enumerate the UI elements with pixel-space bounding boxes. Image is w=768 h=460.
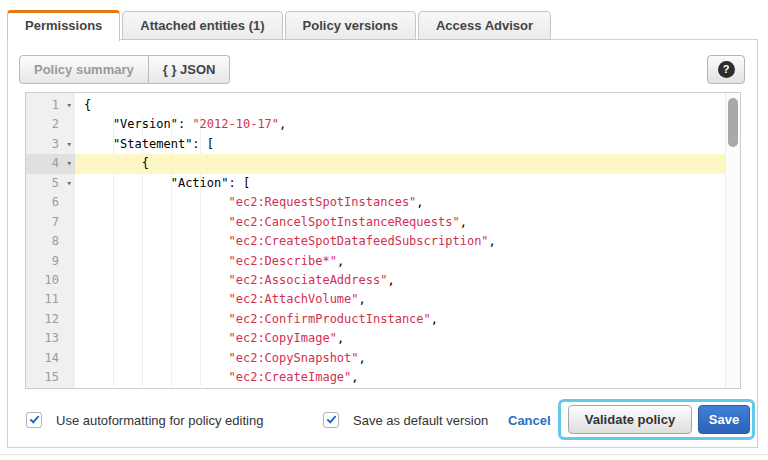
- code-text: "ec2:CreateSpotDatafeedSubscription",: [75, 232, 725, 251]
- code-line: 9 "ec2:Describe*",: [26, 252, 725, 271]
- line-number: 4▾: [26, 154, 75, 173]
- line-number: 8: [26, 232, 75, 251]
- line-number: 10: [26, 271, 75, 290]
- checkmark-icon: [30, 413, 40, 423]
- autoformat-checkbox[interactable]: [26, 412, 42, 428]
- fold-arrow-icon[interactable]: ▾: [67, 174, 72, 193]
- code-line: 2 "Version": "2012-10-17",: [26, 115, 725, 134]
- json-code-editor[interactable]: 1▾{2 "Version": "2012-10-17",3▾ "Stateme…: [25, 92, 741, 389]
- default-version-checkbox[interactable]: [323, 412, 339, 428]
- code-text: {: [75, 96, 725, 115]
- code-text: "ec2:CopyImage",: [75, 329, 725, 348]
- line-number: 9: [26, 252, 75, 271]
- code-text: "ec2:CreateImage",: [75, 368, 725, 387]
- code-line: 15 "ec2:CreateImage",: [26, 368, 725, 387]
- policy-summary-button[interactable]: Policy summary: [19, 55, 149, 84]
- code-text: "ec2:RequestSpotInstances",: [75, 193, 725, 212]
- code-line: 14 "ec2:CopySnapshot",: [26, 349, 725, 368]
- code-text: "Version": "2012-10-17",: [75, 115, 725, 134]
- line-number: 14: [26, 349, 75, 368]
- code-text: "ec2:AttachVolume",: [75, 290, 725, 309]
- code-line: 11 "ec2:AttachVolume",: [26, 290, 725, 309]
- tab-bar: Permissions Attached entities (1) Policy…: [7, 10, 553, 40]
- code-line: 7 "ec2:CancelSpotInstanceRequests",: [26, 213, 725, 232]
- cancel-link[interactable]: Cancel: [508, 413, 551, 429]
- autoformat-label: Use autoformatting for policy editing: [56, 413, 263, 429]
- code-text: "ec2:CancelSpotInstanceRequests",: [75, 213, 725, 232]
- line-number: 3▾: [26, 135, 75, 154]
- json-view-button[interactable]: { } JSON: [149, 55, 231, 84]
- page-divider: [0, 454, 768, 455]
- default-version-label: Save as default version: [353, 413, 488, 429]
- checkmark-icon: [327, 413, 337, 423]
- code-line: 8 "ec2:CreateSpotDatafeedSubscription",: [26, 232, 725, 251]
- code-line: 12 "ec2:ConfirmProductInstance",: [26, 310, 725, 329]
- view-toggle: Policy summary { } JSON: [19, 55, 230, 84]
- line-number: 6: [26, 193, 75, 212]
- line-number: 2: [26, 115, 75, 134]
- code-line: 1▾{: [26, 96, 725, 115]
- line-number: 13: [26, 329, 75, 348]
- code-line: 5▾ "Action": [: [26, 174, 725, 193]
- tab-permissions[interactable]: Permissions: [7, 10, 120, 41]
- code-line: 4▾ {: [26, 154, 725, 173]
- help-button[interactable]: ?: [707, 55, 745, 84]
- editor-scrollbar[interactable]: [725, 93, 740, 388]
- code-lines: 1▾{2 "Version": "2012-10-17",3▾ "Stateme…: [26, 96, 725, 388]
- line-number: 11: [26, 290, 75, 309]
- code-text: "ec2:CopySnapshot",: [75, 349, 725, 368]
- line-number: 15: [26, 368, 75, 387]
- scrollbar-thumb[interactable]: [728, 98, 738, 147]
- code-text: "ec2:AssociateAddress",: [75, 271, 725, 290]
- code-line: 6 "ec2:RequestSpotInstances",: [26, 193, 725, 212]
- code-line: 3▾ "Statement": [: [26, 135, 725, 154]
- code-text: "ec2:Describe*",: [75, 252, 725, 271]
- line-number: 12: [26, 310, 75, 329]
- tab-policy-versions[interactable]: Policy versions: [285, 11, 416, 40]
- permissions-panel: Policy summary { } JSON ? 1▾{2 "Version"…: [7, 39, 758, 448]
- validate-policy-button[interactable]: Validate policy: [568, 405, 692, 434]
- code-line: 10 "ec2:AssociateAddress",: [26, 271, 725, 290]
- code-text: "Action": [: [75, 174, 725, 193]
- code-text: "Statement": [: [75, 135, 725, 154]
- fold-arrow-icon[interactable]: ▾: [67, 135, 72, 154]
- code-text: "ec2:ConfirmProductInstance",: [75, 310, 725, 329]
- policy-editor-screen: Permissions Attached entities (1) Policy…: [0, 0, 768, 460]
- line-number: 7: [26, 213, 75, 232]
- code-text: {: [75, 154, 725, 173]
- line-number: 1▾: [26, 96, 75, 115]
- fold-arrow-icon[interactable]: ▾: [67, 154, 72, 173]
- fold-arrow-icon[interactable]: ▾: [67, 96, 72, 115]
- line-number: 5▾: [26, 174, 75, 193]
- tab-attached-entities[interactable]: Attached entities (1): [122, 11, 282, 40]
- save-button[interactable]: Save: [698, 405, 750, 434]
- tab-access-advisor[interactable]: Access Advisor: [418, 11, 551, 40]
- question-mark-icon: ?: [718, 61, 735, 78]
- code-line: 13 "ec2:CopyImage",: [26, 329, 725, 348]
